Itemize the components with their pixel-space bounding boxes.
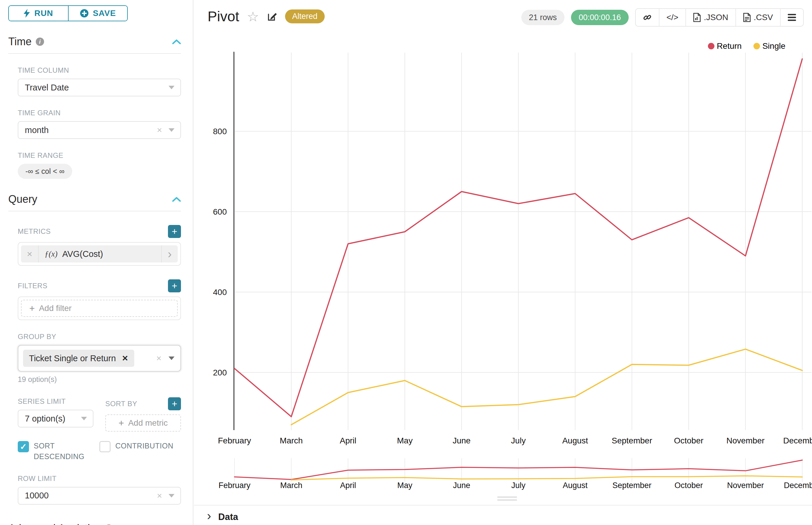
sort-by-dropzone[interactable]: + Add metric <box>105 415 181 432</box>
share-link-button[interactable] <box>636 9 659 26</box>
section-query-header[interactable]: Query <box>8 193 181 206</box>
remove-tag-icon[interactable]: ✕ <box>122 354 128 363</box>
link-icon <box>643 13 652 22</box>
json-file-icon <box>693 13 701 22</box>
mini-x-axis-label: July <box>511 481 526 490</box>
row-limit-select[interactable]: 10000 × <box>18 487 181 505</box>
edit-icon[interactable] <box>267 11 277 22</box>
x-axis-label: May <box>397 436 413 445</box>
row-count-badge: 21 rows <box>521 10 565 25</box>
add-metric-button[interactable]: + <box>168 225 181 238</box>
menu-button[interactable] <box>780 9 803 26</box>
time-grain-select[interactable]: month × <box>18 121 181 139</box>
x-axis-label: April <box>340 436 356 445</box>
csv-file-icon <box>743 13 751 22</box>
x-axis-label: October <box>674 436 704 445</box>
x-axis-label: February <box>218 436 251 445</box>
section-title: Advanced Analytics <box>8 522 101 525</box>
time-range-pill[interactable]: -∞ ≤ col < ∞ <box>18 164 72 179</box>
time-column-value: Travel Date <box>25 83 69 92</box>
function-icon: ƒ(x) <box>45 250 57 259</box>
clear-icon[interactable]: × <box>156 353 161 363</box>
metrics-label: METRICS <box>18 227 51 236</box>
series-limit-label: SERIES LIMIT <box>18 397 93 406</box>
export-json-button[interactable]: .JSON <box>685 9 735 26</box>
chevron-up-icon <box>172 39 181 44</box>
group-by-label: GROUP BY <box>18 333 181 341</box>
clear-icon[interactable]: × <box>157 491 162 501</box>
caret-down-icon <box>81 417 87 420</box>
x-axis-label: July <box>511 436 526 445</box>
line-chart: 200400600800FebruaryFebruaryMarchMarchAp… <box>194 39 812 506</box>
time-range-label: TIME RANGE <box>18 151 181 160</box>
x-axis-label: March <box>280 436 303 445</box>
remove-metric-icon[interactable]: × <box>21 245 39 262</box>
metric-pill[interactable]: × ƒ(x) AVG(Cost) › <box>21 245 178 262</box>
drag-handle[interactable] <box>497 497 517 502</box>
section-advanced-analytics-header[interactable]: Advanced Analytics i <box>8 522 181 525</box>
mini-x-axis-label: March <box>280 481 302 490</box>
add-sort-metric-button[interactable]: + <box>168 397 181 410</box>
data-panel-toggle[interactable]: › Data <box>207 511 238 523</box>
caret-down-icon <box>168 86 175 89</box>
star-icon[interactable]: ☆ <box>247 10 259 24</box>
time-column-label: TIME COLUMN <box>18 66 181 75</box>
query-timer-badge: 00:00:00.16 <box>571 10 629 25</box>
add-filter-button[interactable]: + <box>168 279 181 292</box>
control-panel: RUN SAVE Time i TIME COLUMN Travel Date … <box>0 0 193 525</box>
contribution-checkbox[interactable] <box>99 441 110 452</box>
clear-icon[interactable]: × <box>157 125 162 135</box>
series-limit-select[interactable]: 7 option(s) <box>18 410 93 427</box>
filters-container: + Add filter <box>18 297 181 320</box>
chevron-up-icon <box>172 197 181 202</box>
x-axis-label: September <box>612 436 652 445</box>
save-button[interactable]: SAVE <box>68 6 127 21</box>
x-axis-label: November <box>726 436 764 445</box>
lightning-icon <box>24 9 30 18</box>
chevron-right-icon: › <box>207 510 211 522</box>
add-filter-dropzone[interactable]: + Add filter <box>21 300 178 317</box>
menu-icon <box>788 14 796 21</box>
sort-descending-label: SORT DESCENDING <box>34 440 84 462</box>
mini-x-axis-label: June <box>453 481 471 490</box>
series-limit-value: 7 option(s) <box>25 414 65 424</box>
mini-series-line-single <box>291 476 802 480</box>
series-line-single <box>291 349 802 425</box>
page-title: Pivot <box>208 8 239 25</box>
caret-down-icon <box>168 128 175 132</box>
add-metric-label: Add metric <box>128 418 168 428</box>
x-axis-label: August <box>562 436 588 445</box>
altered-badge[interactable]: Altered <box>285 10 325 24</box>
mini-x-axis-label: October <box>675 481 703 490</box>
y-axis-tick: 800 <box>213 127 227 136</box>
json-label: .JSON <box>704 13 728 22</box>
code-icon: </> <box>666 13 678 22</box>
time-column-select[interactable]: Travel Date <box>18 79 181 96</box>
mini-x-axis-label: April <box>340 481 356 490</box>
mini-x-axis-label: February <box>219 481 251 490</box>
view-query-button[interactable]: </> <box>659 9 685 26</box>
plus-icon: + <box>119 418 124 429</box>
run-button[interactable]: RUN <box>9 6 68 21</box>
info-icon: i <box>36 38 44 46</box>
mini-x-axis-label: August <box>563 481 588 490</box>
y-axis-tick: 400 <box>213 288 227 297</box>
row-limit-label: ROW LIMIT <box>18 475 181 483</box>
sort-by-label: SORT BY <box>105 400 137 408</box>
contribution-label: CONTRIBUTION <box>115 440 166 451</box>
group-by-value: Ticket Single or Return <box>29 354 116 363</box>
data-panel-title: Data <box>218 512 238 522</box>
sort-descending-checkbox[interactable]: ✓ <box>18 441 29 452</box>
mini-x-axis-label: May <box>397 481 413 490</box>
section-time-header[interactable]: Time i <box>8 35 181 48</box>
metrics-container: × ƒ(x) AVG(Cost) › <box>18 242 181 266</box>
time-grain-label: TIME GRAIN <box>18 109 181 117</box>
plus-circle-icon <box>80 9 89 18</box>
x-axis-label: June <box>453 436 471 445</box>
section-title: Query <box>8 193 37 206</box>
expand-caret-icon[interactable]: › <box>161 245 178 262</box>
export-csv-button[interactable]: .CSV <box>735 9 780 26</box>
group-by-select[interactable]: Ticket Single or Return ✕ × <box>18 345 181 372</box>
csv-label: .CSV <box>754 13 773 22</box>
mini-x-axis-label: September <box>612 481 651 490</box>
